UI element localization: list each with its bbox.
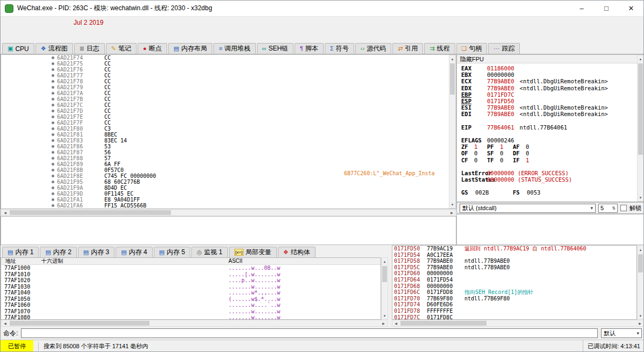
stack-row[interactable]: 0171FD54 A0C17EEA xyxy=(392,252,636,258)
breakpoint-dot[interactable] xyxy=(52,68,54,71)
breakpoint-dot[interactable] xyxy=(52,192,54,195)
disasm-horizontal-scrollbar[interactable] xyxy=(1,209,456,216)
dump-row[interactable]: 77AF1080 .......w.......w xyxy=(1,314,381,320)
locals-tab[interactable]: [x=] 局部变量 xyxy=(229,247,277,257)
pause-icon[interactable] xyxy=(56,30,69,41)
scroll-left-icon[interactable] xyxy=(392,320,399,326)
breakpoint-dot[interactable] xyxy=(52,74,54,77)
flags-row[interactable]: CF 0 TF 0 IF 1 xyxy=(461,157,642,163)
dump-row[interactable]: 77AF1070 .......w.......w xyxy=(1,308,381,315)
open-file-icon[interactable] xyxy=(2,30,15,41)
scroll-thumb[interactable] xyxy=(400,321,486,326)
breakpoint-dot[interactable] xyxy=(52,139,54,142)
breakpoint-dot[interactable] xyxy=(52,151,54,154)
stack-row[interactable]: 0171FD70 77B69F80 ntdll.77B69F80 xyxy=(392,296,636,302)
maximize-button[interactable]: □ xyxy=(594,1,619,16)
breakpoint-dot[interactable] xyxy=(52,169,54,171)
scroll-track[interactable] xyxy=(449,62,455,201)
breakpoint-dot[interactable] xyxy=(52,157,54,160)
scroll-thumb[interactable] xyxy=(10,321,149,326)
fx-icon[interactable] xyxy=(231,30,244,41)
scroll-thumb[interactable] xyxy=(382,266,387,282)
ECX[interactable]: ECX 77B9ABE0 <ntdll.DbgUiRemoteBreakin> xyxy=(461,78,642,84)
flags-row[interactable]: OF 0 SF 0 DF 0 xyxy=(461,150,642,156)
scroll-left-icon[interactable] xyxy=(2,320,9,326)
scroll-up-icon[interactable] xyxy=(638,55,643,62)
scroll-thumb[interactable] xyxy=(10,210,171,215)
tab-script[interactable]: ¶ 脚本 xyxy=(295,43,324,54)
register-row[interactable] xyxy=(461,118,642,124)
run-icon[interactable] xyxy=(42,30,55,41)
info-icon[interactable] xyxy=(271,30,284,41)
scylla-smiley-icon[interactable] xyxy=(190,30,203,41)
breakpoint-dot[interactable] xyxy=(52,204,54,207)
scroll-track[interactable] xyxy=(638,62,643,194)
LastError[interactable]: LastError 00000000 (ERROR_SUCCESS) xyxy=(461,170,642,176)
scroll-thumb[interactable] xyxy=(638,63,643,155)
scroll-track[interactable] xyxy=(9,320,380,326)
tab-breakpoints[interactable]: ● 断点 xyxy=(138,43,167,54)
segment-row[interactable]: GS 002B FS 0053 xyxy=(461,189,642,196)
calling-convention-select[interactable]: 默认 (stdcall) xyxy=(460,204,596,213)
breakpoint-dot[interactable] xyxy=(52,56,54,59)
breakpoint-dot[interactable] xyxy=(52,116,54,118)
dump-tab-4[interactable]: ▤ 内存 4 xyxy=(116,247,152,257)
EDX[interactable]: EDX 77B9ABE0 <ntdll.DbgUiRemoteBreakin> xyxy=(461,85,642,91)
dump-tab-1[interactable]: ▤ 内存 1 xyxy=(2,247,39,257)
EFLAGS[interactable]: EFLAGS 00000246 xyxy=(461,137,642,143)
command-profile-select[interactable]: 默认 xyxy=(601,328,642,338)
dump-tab-3[interactable]: ▤ 内存 3 xyxy=(78,247,115,257)
strings-az-icon[interactable] xyxy=(257,30,270,41)
argument-row[interactable] xyxy=(460,236,641,243)
tab-trace[interactable]: ⋯ 跟踪 xyxy=(488,43,520,54)
stack-row[interactable]: 0171FD78 FFFFFFFE xyxy=(392,308,636,314)
breakpoint-dot[interactable] xyxy=(52,104,54,106)
disasm-row[interactable]: 6AD21FA6 FF15 ACD5566B xyxy=(1,203,456,209)
tab-memory-map[interactable]: ▤ 内存布局 xyxy=(168,43,212,54)
menu-favourites[interactable] xyxy=(46,21,54,24)
settings-gear-icon[interactable] xyxy=(163,30,176,41)
dump-row[interactable]: 77AF1010 .....[.w.......w xyxy=(1,271,381,278)
dump-horizontal-scrollbar[interactable] xyxy=(1,320,388,327)
dump-row[interactable]: 77AF1050 (......w$.*....w xyxy=(1,296,381,303)
run-to-return-icon[interactable] xyxy=(123,30,136,41)
dump-tab-2[interactable]: ▤ 内存 2 xyxy=(40,247,76,257)
scroll-thumb[interactable] xyxy=(638,254,643,272)
flags-row[interactable]: ZF 1 PF 1 AF 0 xyxy=(461,143,642,150)
scroll-track[interactable] xyxy=(9,210,448,215)
watch-tab-1[interactable]: ◎ 监视 1 xyxy=(191,247,228,257)
scroll-right-icon[interactable] xyxy=(448,210,455,215)
tab-cpu[interactable]: ▣ CPU xyxy=(2,43,34,54)
memory-grid-icon[interactable] xyxy=(284,30,297,41)
breakpoint-dot[interactable] xyxy=(52,186,54,189)
breakpoint-dot[interactable] xyxy=(52,98,54,100)
dump-tab-5[interactable]: ▤ 内存 5 xyxy=(154,247,190,257)
scroll-left-icon[interactable] xyxy=(2,210,9,215)
trace-icon[interactable] xyxy=(137,30,149,41)
patches-check-icon[interactable] xyxy=(204,30,217,41)
breakpoint-dot[interactable] xyxy=(52,163,54,166)
breakpoint-dot[interactable] xyxy=(52,133,54,136)
tab-threads[interactable]: ⇉ 线程 xyxy=(424,43,455,54)
breakpoint-dot[interactable] xyxy=(52,145,54,148)
close-button[interactable]: ✕ xyxy=(619,1,643,16)
stack-vertical-scrollbar[interactable] xyxy=(637,246,644,320)
hash-icon[interactable] xyxy=(244,30,257,41)
dump-row[interactable]: 77AF1000 .......w...08..w xyxy=(1,265,381,271)
register-row[interactable] xyxy=(461,131,642,137)
tab-call-stack[interactable]: ≡ 调用堆栈 xyxy=(213,43,255,54)
breakpoint-dot[interactable] xyxy=(52,198,54,201)
dump-row[interactable]: 77AF1030 .......w.......w xyxy=(1,284,381,290)
disasm-vertical-scrollbar[interactable] xyxy=(449,55,456,209)
scroll-down-icon[interactable] xyxy=(382,312,388,319)
unlock-checkbox[interactable] xyxy=(620,205,627,211)
stack-row[interactable]: 0171FD68 00000000 xyxy=(392,283,636,290)
breakpoint-dot[interactable] xyxy=(52,175,54,177)
stack-row[interactable]: 0171FD64 0171FD54 xyxy=(392,277,636,283)
command-input[interactable] xyxy=(21,328,598,338)
scroll-thumb[interactable] xyxy=(450,63,455,95)
registers-vertical-scrollbar[interactable] xyxy=(637,55,644,202)
step-into-icon[interactable] xyxy=(96,30,109,41)
tab-symbols[interactable]: Σ 符号 xyxy=(325,43,354,54)
menu-options[interactable] xyxy=(54,21,63,24)
